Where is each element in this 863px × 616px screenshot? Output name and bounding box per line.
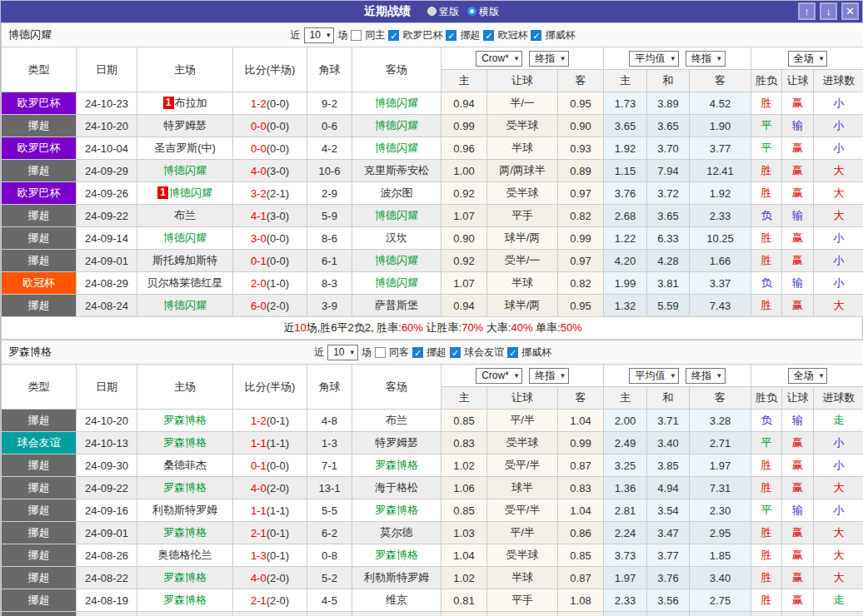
- chevron-down-icon: ▾: [561, 52, 565, 65]
- chevron-down-icon: ▾: [671, 370, 675, 382]
- eu-stage-select[interactable]: 终指▾: [686, 368, 726, 384]
- odds-stage-select[interactable]: 终指▾: [529, 51, 569, 67]
- handicap-line: 球半/两: [487, 295, 558, 317]
- away-team-name: 汉坎: [386, 231, 407, 244]
- eu-odds-home: 2.81: [604, 499, 647, 522]
- home-team: 特罗姆瑟: [137, 115, 233, 137]
- near-count-select[interactable]: 10▾: [304, 27, 335, 43]
- result-sub-header: 进球数: [814, 70, 863, 92]
- scope-select[interactable]: 全场▾: [788, 51, 828, 67]
- home-team-name: 奥德格伦兰: [158, 549, 212, 561]
- eu-company-select[interactable]: 平均值▾: [629, 51, 679, 67]
- europe-sub-header: 客: [690, 70, 751, 92]
- select-value: 10: [333, 346, 344, 359]
- away-team-name: 博德闪耀: [375, 254, 418, 266]
- away-team: 布兰: [352, 410, 441, 432]
- near-count-select[interactable]: 10▾: [327, 345, 358, 360]
- home-team: 斯托姆加斯特: [137, 250, 233, 272]
- eu-odds-home: 2.33: [604, 589, 647, 612]
- eu-odds-draw: 4.28: [647, 250, 690, 272]
- league-badge: 挪超: [2, 250, 77, 272]
- result-wdl: 胜: [751, 250, 782, 272]
- europe-odds-group-header: 平均值▾终指▾: [604, 47, 751, 70]
- select-value: 平均值: [635, 52, 665, 65]
- competition-checkbox-0[interactable]: ✓: [412, 347, 423, 358]
- move-down-button[interactable]: ↓: [820, 2, 837, 20]
- eu-odds-home: 1.32: [604, 295, 647, 317]
- table-row: 球会友谊24-10-13罗森博格1-1(1-1)1-3特罗姆瑟0.83受半球0.…: [2, 432, 863, 455]
- fulltime-score: 2-0: [251, 277, 267, 290]
- result-goals: 小: [814, 612, 863, 616]
- radio-label: 横版: [479, 6, 499, 17]
- select-value: 终指: [535, 370, 555, 382]
- handicap-odds-away: 1.08: [558, 589, 604, 612]
- away-column-header: 客场: [352, 47, 441, 92]
- corners-column-header: 角球: [307, 47, 352, 92]
- eu-odds-draw: 4.94: [647, 477, 690, 499]
- handicap-line: 受半球: [487, 182, 558, 205]
- eu-odds-away: 4.52: [690, 92, 751, 115]
- eu-odds-away: 2.33: [690, 205, 751, 227]
- match-score: 3-2(2-1): [233, 182, 307, 205]
- home-team-name: 博德闪耀: [163, 299, 207, 311]
- result-wdl: 负: [751, 410, 782, 432]
- home-team-name: 布兰: [174, 209, 196, 221]
- filters: 近10▾场同主✓欧罗巴杯✓挪超✓欧冠杯✓挪威杯: [2, 27, 863, 43]
- league-badge: 欧罗巴杯: [2, 92, 77, 115]
- home-column-header: 主场: [137, 365, 233, 410]
- competition-checkbox-3[interactable]: ✓: [531, 30, 541, 41]
- eu-stage-select[interactable]: 终指▾: [686, 51, 726, 67]
- handicap-line: 半球: [487, 272, 558, 295]
- eu-odds-draw: 5.59: [647, 295, 690, 317]
- odds-stage-select[interactable]: 终指▾: [529, 368, 569, 384]
- eu-odds-draw: 3.46: [647, 612, 690, 616]
- competition-checkbox-1[interactable]: ✓: [450, 347, 461, 358]
- handicap-odds-away: 0.93: [558, 137, 604, 160]
- scope-select[interactable]: 全场▾: [788, 368, 828, 384]
- halftime-score: (0-0): [267, 97, 289, 110]
- close-button[interactable]: ✕: [841, 2, 859, 20]
- select-value: Crow*: [481, 370, 509, 382]
- halftime-score: (2-1): [267, 187, 289, 200]
- handicap-sub-header: 客: [558, 387, 604, 410]
- result-sub-header: 让球: [782, 70, 814, 92]
- select-value: 10: [310, 29, 321, 42]
- corners: 6-1: [307, 250, 352, 272]
- match-date: 24-09-16: [77, 499, 137, 522]
- same-home-checkbox[interactable]: [351, 30, 362, 41]
- odds-company-select[interactable]: Crow*▾: [476, 368, 522, 384]
- match-score: 4-0(2-0): [233, 567, 307, 589]
- chevron-down-icon: ▾: [351, 346, 355, 359]
- competition-checkbox-2[interactable]: ✓: [507, 347, 518, 358]
- chevron-down-icon: ▾: [717, 52, 721, 65]
- type-column-header: 类型: [2, 47, 77, 92]
- home-team-name: 布拉加: [175, 97, 207, 109]
- eu-odds-home: 1.15: [604, 160, 647, 182]
- results-table: 罗森博格近10▾场同客✓挪超✓球会友谊✓挪威杯类型日期主场比分(半场)角球客场C…: [1, 340, 863, 616]
- handicap-odds-away: 0.85: [558, 544, 604, 567]
- eu-company-select[interactable]: 平均值▾: [629, 368, 679, 384]
- competition-checkbox-2[interactable]: ✓: [483, 30, 494, 41]
- result-handicap: 赢: [782, 432, 814, 455]
- eu-odds-away: 7.43: [690, 295, 751, 317]
- same-away-checkbox[interactable]: [375, 347, 386, 358]
- eu-odds-home: 1.97: [604, 567, 647, 589]
- fulltime-score: 0-0: [251, 120, 267, 132]
- move-up-button[interactable]: ↑: [798, 2, 816, 20]
- layout-radio-horizontal[interactable]: [467, 7, 476, 16]
- competition-checkbox-0[interactable]: ✓: [388, 30, 399, 41]
- eu-odds-away: 1.90: [690, 115, 751, 137]
- odds-company-select[interactable]: Crow*▾: [476, 51, 522, 67]
- layout-radio-vertical[interactable]: [427, 7, 436, 16]
- match-date: 24-10-23: [77, 92, 137, 115]
- handicap-odds-home: 1.02: [441, 455, 487, 477]
- halftime-score: (0-0): [267, 460, 289, 472]
- fulltime-score: 3-0: [251, 232, 267, 245]
- result-handicap: 输: [782, 499, 814, 522]
- eu-odds-home: 2.24: [604, 522, 647, 544]
- halftime-score: (1-1): [267, 504, 289, 517]
- competition-checkbox-1[interactable]: ✓: [446, 30, 456, 41]
- result-wdl: 平: [751, 137, 782, 160]
- away-team-name: 罗森博格: [375, 459, 418, 471]
- table-row: 挪超24-09-22罗森博格4-0(2-0)13-1海于格松1.06球半0.83…: [2, 477, 863, 499]
